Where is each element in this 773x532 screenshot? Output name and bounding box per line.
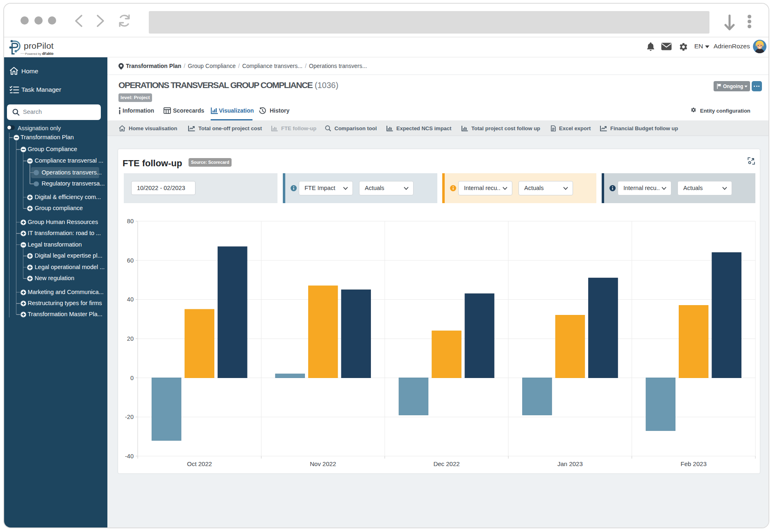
svg-text:80: 80 xyxy=(127,218,134,224)
svg-text:-20: -20 xyxy=(125,414,134,420)
svg-text:-40: -40 xyxy=(125,453,134,460)
svg-text:Jan 2023: Jan 2023 xyxy=(557,460,583,467)
svg-text:Oct 2022: Oct 2022 xyxy=(187,460,212,467)
svg-text:Dec 2022: Dec 2022 xyxy=(433,460,459,467)
svg-text:Feb 2023: Feb 2023 xyxy=(681,460,707,467)
svg-text:Nov 2022: Nov 2022 xyxy=(310,460,336,467)
svg-text:60: 60 xyxy=(127,257,134,264)
svg-text:0: 0 xyxy=(130,375,134,381)
svg-text:40: 40 xyxy=(127,296,134,303)
svg-text:20: 20 xyxy=(127,335,134,342)
